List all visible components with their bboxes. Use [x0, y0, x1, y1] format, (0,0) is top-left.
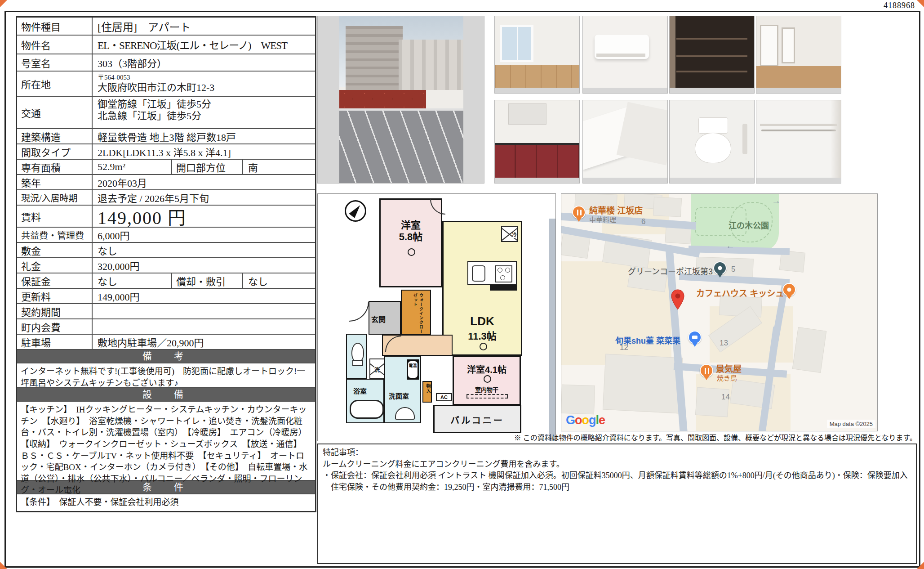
row-label: 号室名 [17, 54, 93, 71]
map-building [792, 327, 826, 373]
photo-exterior-image [339, 16, 463, 184]
burner [500, 275, 505, 280]
map-building [561, 385, 595, 415]
status-value: 退去予定 / 2026年5月下旬 [93, 190, 315, 205]
photo-exterior [317, 16, 484, 184]
row-label: 物件名 [17, 36, 93, 54]
fork-glyph [705, 368, 706, 374]
map-attribution: Map data ©2025 [827, 420, 875, 428]
room-bedroom-41: 洋室4.1帖 室内物干 [453, 356, 521, 405]
photo-image [583, 100, 667, 178]
one-way-arrow: → [772, 196, 781, 206]
map-building [695, 387, 729, 417]
map-road [689, 246, 790, 255]
corner-mark-top-left [0, 0, 7, 7]
direction-value: 南 [243, 160, 315, 174]
building-poi-label: グリーンコーポ江坂第3 [628, 265, 713, 277]
conditions-text: 【条件】 保証人不要・保証会社利用必須 [17, 494, 315, 511]
fridge-label: 冷 [512, 231, 517, 238]
common-fee-value: 6,000円 [93, 228, 315, 242]
compass-icon [345, 200, 366, 222]
ceiling-light-icon [480, 343, 487, 350]
block-number: 12 [620, 343, 628, 352]
pin-dot [718, 266, 722, 270]
address-value: 〒564-0053 大阪府吹田市江の木町12-3 [93, 72, 315, 96]
ac-label: AC [437, 394, 451, 400]
layout-type-value: 2LDK[LDK11.3 x 洋5.8 x 洋4.1] [93, 144, 315, 159]
row-label: 築年 [17, 175, 93, 189]
building-silhouette [399, 40, 463, 90]
room-size-label: 11.3帖 [444, 328, 521, 342]
water-heater: 電温 [407, 359, 419, 380]
grocer-pin-icon [688, 331, 702, 344]
hanger-pipe [761, 130, 835, 131]
poi-restaurant1-sub: 中華料理 [589, 215, 616, 224]
transport-line2: 北急線「江坂」徒歩5分 [98, 110, 201, 122]
photo-image [670, 16, 754, 88]
row-label: 専有面積 [17, 160, 93, 174]
special-notes-box: 特記事項： ルームクリーニング料金にエアコンクリーニング費用を含みます。 ・保証… [317, 444, 917, 564]
photo-storage-ceiling [582, 100, 668, 184]
toilet-bowl [695, 133, 731, 163]
north-needle [349, 203, 363, 218]
table-row: 物件種目 [住居用] アパート [17, 18, 315, 36]
scan-edge-strip [549, 219, 555, 441]
wic-label: ウォークインクローゼット [413, 293, 424, 334]
equipment-header: 設 備 [17, 388, 315, 402]
address-text: 大阪府吹田市江の木町12-3 [98, 82, 214, 94]
washer-icon: 洗 [369, 358, 385, 379]
logo-letter: G [566, 413, 575, 427]
photo-air-conditioner [582, 16, 668, 94]
block-number: 6 [641, 217, 645, 226]
logo-letter: e [599, 413, 605, 427]
table-row: 築年 2020年03月 [17, 175, 315, 190]
deposit-value: なし [93, 243, 315, 257]
photo-hallway [756, 16, 841, 94]
toilet-room [346, 334, 367, 379]
remarks-text: インターネット無料です!(工事後使用可) 防犯面に配慮しオートロック!一坪風呂や… [17, 363, 315, 388]
shelf [676, 55, 747, 57]
toilet-tank [698, 117, 728, 134]
photo-kitchen [494, 100, 580, 184]
postal-code: 〒564-0053 [98, 74, 130, 82]
ceiling-light-icon [484, 375, 491, 383]
document-number: 4188968 [884, 1, 915, 10]
poi-restaurant1-name: 純華楼 江坂店 [589, 204, 643, 216]
parking-lot [339, 110, 463, 184]
row-label: 所在地 [17, 72, 93, 96]
corner-mark-bottom-left [0, 562, 7, 569]
poi-restaurant2-name: 景気屋 [716, 362, 742, 374]
remarks-header: 備 考 [17, 350, 315, 363]
row-label: 契約期間 [17, 304, 93, 318]
property-type-value: [住居用] アパート [93, 18, 315, 35]
balcony: バルコニー [433, 405, 521, 433]
entrance-door-arc [349, 302, 369, 322]
wood-floor [756, 66, 841, 88]
table-row: 保証金 なし 償却・敷引 なし [17, 273, 315, 289]
row-label: 駐車場 [17, 335, 93, 349]
table-row: 礼金 320,000円 [17, 258, 315, 273]
table-row: 物件名 EL・SERENO江坂(エル・セレーノ) WEST [17, 36, 315, 54]
notes-title: 特記事項： [323, 447, 911, 459]
indoor-drying-label: 室内物干 [454, 385, 520, 394]
table-row: 号室名 303（3階部分） [17, 54, 315, 72]
room-label: LDK [444, 314, 521, 328]
closet-interior [670, 16, 754, 88]
block-number: 13 [720, 339, 728, 348]
row-label: 賃料 [17, 206, 93, 227]
google-logo: Google [566, 413, 605, 427]
ceiling-light-icon [408, 248, 415, 256]
row-label: 礼金 [17, 258, 93, 273]
restaurant2-pin-icon [700, 364, 713, 377]
water-heater-label: 電温 [408, 361, 418, 378]
row-label: 現況/入居時期 [17, 190, 93, 205]
room-ldk: LDK 11.3帖 冷 [442, 221, 522, 356]
ac-vent [596, 54, 645, 57]
storage-label: 物入 [425, 384, 431, 394]
property-table: 物件種目 [住居用] アパート 物件名 EL・SERENO江坂(エル・セレーノ)… [16, 16, 316, 512]
sink-icon [395, 407, 415, 420]
table-row: 専有面積 52.9m² 開口部方位 南 [17, 160, 315, 175]
contract-period-value [93, 304, 315, 318]
floor-plan: 洋室 5.8帖 LDK 11.3帖 冷 [317, 193, 556, 441]
room-no-value: 303（3階部分） [93, 54, 315, 71]
